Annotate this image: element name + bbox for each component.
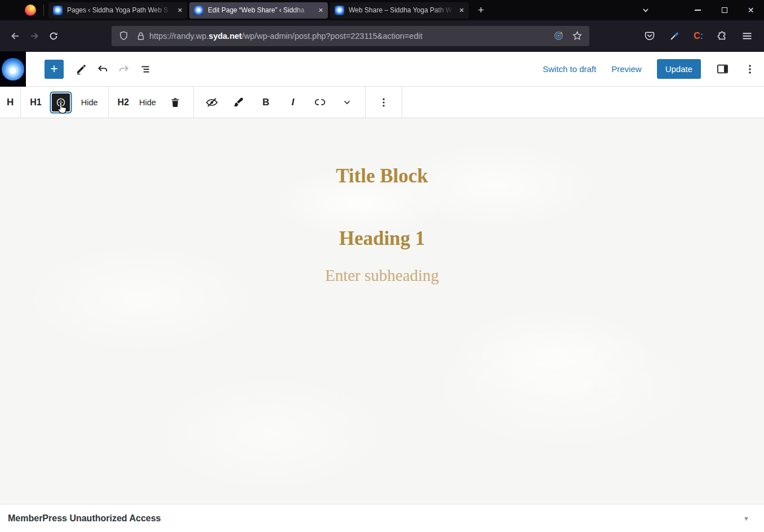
trash-icon [170, 97, 181, 108]
list-view-icon [139, 63, 152, 75]
maximize-button[interactable] [711, 0, 738, 20]
italic-button[interactable]: I [282, 91, 304, 114]
browser-tab-pages[interactable]: Pages ‹ Siddha Yoga Path Web S ✕ [48, 2, 187, 19]
tab-title: Pages ‹ Siddha Yoga Path Web S [67, 6, 175, 14]
redo-icon [118, 63, 130, 75]
block-inserter-button[interactable]: + [45, 60, 64, 79]
url-bar[interactable]: https://randy.wp.syda.net/wp/wp-admin/po… [112, 26, 589, 46]
delete-block-button[interactable] [164, 91, 186, 114]
browser-tab-edit-page-active[interactable]: Edit Page “Web Share” ‹ Siddha ✕ [189, 2, 328, 19]
url-domain: syda.net [208, 32, 242, 41]
h2-level-button[interactable]: H2 [116, 97, 131, 108]
url-text: https://randy.wp.syda.net/wp/wp-admin/po… [149, 32, 423, 41]
tab-close-icon[interactable]: ✕ [177, 7, 183, 14]
h1-group: H1 Hide [21, 87, 108, 118]
heading-1-text[interactable]: Heading 1 [0, 227, 764, 250]
formatting-group: B I [194, 87, 366, 118]
sidebar-panel-icon [716, 62, 729, 75]
h2-group: H2 Hide [109, 87, 194, 118]
preview-button[interactable]: Preview [611, 64, 641, 74]
urlbar-actions [553, 30, 583, 41]
colorzilla-icon[interactable]: C: [694, 31, 703, 41]
window-controls: ✕ [632, 0, 764, 20]
close-icon: ✕ [748, 6, 754, 15]
italic-label: I [291, 97, 294, 108]
url-path: /wp/wp-admin/post.php?post=223115&action… [242, 32, 423, 41]
document-overview-button[interactable] [135, 59, 156, 80]
url-scheme: https://randy.wp. [149, 32, 208, 41]
undo-icon [96, 63, 109, 75]
tab-close-icon[interactable]: ✕ [318, 7, 323, 14]
metabox-title: MemberPress Unauthorized Access [8, 513, 161, 524]
minimize-button[interactable] [685, 0, 711, 20]
block-toolbar: H H1 Hide H2 Hide [0, 87, 764, 118]
hide-visibility-button[interactable] [201, 91, 223, 114]
chevron-down-icon [342, 97, 352, 108]
pencil-icon [75, 63, 87, 75]
bookmark-star-icon[interactable] [572, 30, 583, 41]
minimize-icon [695, 10, 701, 11]
h1-level-button[interactable]: H1 [28, 97, 43, 108]
extensions-puzzle-icon[interactable] [717, 30, 728, 42]
undo-button[interactable] [92, 59, 113, 80]
title-block-text[interactable]: Title Block [0, 165, 764, 187]
link-icon [314, 96, 326, 109]
site-favicon-icon [194, 6, 203, 15]
editor-header-right: Switch to draft Preview Update [543, 59, 756, 79]
parent-block-group: H [0, 87, 21, 118]
subheading-placeholder[interactable]: Enter subheading [0, 266, 764, 285]
block-options-button[interactable] [372, 91, 395, 114]
editor-options-button[interactable] [744, 64, 756, 75]
page-action-rings-icon[interactable] [553, 30, 564, 41]
redo-button[interactable] [113, 59, 135, 80]
hide-h2-button[interactable]: Hide [136, 98, 159, 107]
parent-heading-button[interactable]: H [7, 97, 14, 108]
firefox-window: Pages ‹ Siddha Yoga Path Web S ✕ Edit Pa… [0, 0, 764, 532]
insert-block-button-selected[interactable] [52, 93, 70, 111]
tab-title: Web Share – Siddha Yoga Path W [349, 6, 457, 14]
pocket-icon[interactable] [644, 30, 655, 42]
hide-h1-button[interactable]: Hide [78, 98, 101, 107]
new-tab-button[interactable]: + [470, 4, 492, 16]
eye-slash-icon [205, 96, 219, 109]
browser-tab-bar: Pages ‹ Siddha Yoga Path Web S ✕ Edit Pa… [0, 0, 764, 20]
settings-sidebar-toggle[interactable] [716, 62, 729, 75]
bold-button[interactable]: B [255, 91, 277, 114]
back-arrow-icon [10, 31, 20, 41]
site-icon-button[interactable] [0, 52, 26, 87]
tracking-protection-shield-icon [118, 30, 129, 41]
reload-button[interactable] [44, 26, 63, 46]
kebab-menu-icon [378, 97, 389, 108]
panel-toggle-arrow-icon[interactable]: ▼ [743, 515, 749, 522]
update-button[interactable]: Update [657, 59, 701, 79]
site-icon [2, 58, 24, 81]
chevron-down-icon [642, 6, 650, 14]
firefox-logo-icon [25, 5, 36, 16]
tabbar-divider [43, 5, 44, 16]
browser-tab-web-share[interactable]: Web Share – Siddha Yoga Path W ✕ [330, 2, 469, 19]
site-favicon-icon [53, 6, 63, 15]
forward-button[interactable] [25, 26, 44, 46]
bold-label: B [263, 97, 269, 108]
list-all-tabs-button[interactable] [632, 0, 659, 20]
block-options-group [366, 87, 402, 118]
tab-close-icon[interactable]: ✕ [459, 7, 464, 14]
toolbar-spacer [402, 87, 764, 118]
maximize-icon [722, 7, 727, 13]
tools-button[interactable] [70, 59, 92, 80]
back-button[interactable] [6, 26, 25, 46]
hamburger-menu-icon[interactable] [741, 30, 753, 42]
link-button[interactable] [309, 91, 331, 114]
nav-right-icons: C: [644, 30, 753, 42]
lock-icon [136, 31, 146, 41]
more-formatting-button[interactable] [336, 91, 358, 114]
memberpress-metabox-bar[interactable]: MemberPress Unauthorized Access ▼ [0, 504, 764, 532]
editor-canvas: Title Block Heading 1 Enter subheading [0, 118, 764, 504]
switch-to-draft-button[interactable]: Switch to draft [543, 64, 596, 74]
highlight-button[interactable] [228, 91, 250, 114]
plus-icon: + [50, 61, 57, 77]
eyedropper-icon[interactable] [669, 30, 680, 42]
hand-cursor-icon [56, 101, 68, 115]
close-window-button[interactable]: ✕ [738, 0, 764, 20]
kebab-menu-icon [744, 64, 756, 75]
